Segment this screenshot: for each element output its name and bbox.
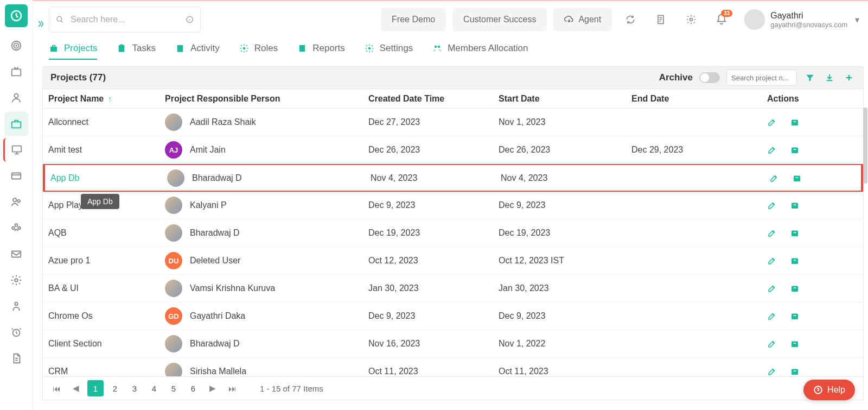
tab-activity[interactable]: Activity [175, 38, 220, 60]
archive-icon[interactable] [790, 339, 800, 349]
project-name[interactable]: BA & UI [48, 283, 79, 293]
nav-mail-icon[interactable] [4, 242, 28, 266]
table-row[interactable]: AllconnectAadil Raza ShaikDec 27, 2023No… [43, 109, 863, 136]
project-name[interactable]: Amit test [48, 145, 82, 154]
nav-card-icon[interactable] [4, 164, 28, 188]
nav-group-icon[interactable] [4, 216, 28, 240]
filter-icon[interactable] [803, 73, 816, 83]
global-search[interactable] [49, 7, 201, 33]
nav-tv-icon[interactable] [4, 60, 28, 84]
page-number[interactable]: 4 [146, 380, 162, 396]
nav-alarm-icon[interactable] [4, 320, 28, 344]
table-row[interactable]: Client SectionBharadwaj DNov 16, 2023Nov… [43, 330, 863, 358]
user-menu[interactable]: Gayathri gayathri@snovasys.com ▾ [740, 9, 864, 30]
col-project-name[interactable]: Project Name↑ [43, 94, 159, 104]
svg-point-3 [16, 45, 17, 46]
edit-icon[interactable] [767, 367, 777, 376]
archive-icon[interactable] [792, 173, 802, 183]
search-input[interactable] [71, 15, 179, 24]
page-number[interactable]: 1 [87, 380, 104, 396]
page-next[interactable]: ▶ [205, 380, 221, 396]
table-row[interactable]: CRMSirisha MallelaOct 11, 2023Oct 11, 20… [43, 358, 863, 376]
page-number[interactable]: 5 [165, 380, 182, 396]
col-end[interactable]: End Date [626, 94, 762, 104]
tab-settings[interactable]: Settings [365, 38, 413, 60]
table-row[interactable]: Chrome OsGDGayathri DakaDec 9, 2023Dec 9… [43, 302, 863, 330]
table-row[interactable]: App DbBharadwaj DNov 4, 2023Nov 4, 2023 [43, 164, 863, 192]
archive-icon[interactable] [790, 200, 800, 210]
edit-icon[interactable] [767, 339, 777, 349]
table-row[interactable]: Azue pro 1DUDeleted UserOct 12, 2023Oct … [43, 247, 863, 275]
archive-icon[interactable] [790, 228, 800, 238]
add-icon[interactable] [843, 73, 856, 83]
project-search-input[interactable] [726, 70, 797, 86]
page-number[interactable]: 6 [185, 380, 201, 396]
nav-monitor-icon[interactable] [3, 138, 27, 162]
document-icon[interactable] [649, 8, 673, 31]
nav-user-icon[interactable] [4, 86, 28, 110]
logo[interactable] [5, 4, 28, 27]
page-number[interactable]: 2 [107, 380, 123, 396]
project-name[interactable]: Azue pro 1 [48, 256, 90, 265]
project-name[interactable]: Chrome Os [48, 311, 93, 320]
scrollbar[interactable] [863, 89, 868, 376]
tab-members-allocation[interactable]: Members Allocation [432, 38, 528, 60]
person-name: Kalyani P [190, 200, 227, 210]
page-first[interactable]: ⏮ [48, 380, 65, 396]
created-date: Oct 11, 2023 [363, 367, 493, 376]
project-name[interactable]: Allconnect [48, 117, 88, 127]
edit-icon[interactable] [767, 228, 777, 238]
col-start[interactable]: Start Date [493, 94, 626, 104]
archive-icon[interactable] [790, 367, 800, 376]
archive-icon[interactable] [790, 145, 800, 155]
download-icon[interactable] [823, 73, 836, 83]
table-row[interactable]: Amit testAJAmit JainDec 26, 2023Dec 26, … [43, 136, 863, 164]
archive-icon[interactable] [790, 256, 800, 266]
page-prev[interactable]: ◀ [68, 380, 84, 396]
edit-icon[interactable] [767, 283, 777, 293]
info-icon[interactable] [186, 14, 194, 25]
svg-rect-27 [299, 45, 305, 52]
nav-target-icon[interactable] [4, 34, 28, 58]
table-row[interactable]: AQBBharadwaj DDec 19, 2023Dec 19, 2023 [43, 219, 863, 247]
edit-icon[interactable] [769, 173, 779, 183]
help-icon [813, 385, 823, 395]
col-responsible-person[interactable]: Project Responsible Person [159, 94, 363, 104]
archive-icon[interactable] [790, 283, 800, 293]
project-name[interactable]: Client Section [48, 339, 102, 348]
col-actions: Actions [762, 94, 863, 104]
expand-sidebar-icon[interactable] [35, 15, 46, 33]
nav-file-icon[interactable] [4, 346, 28, 370]
edit-icon[interactable] [767, 117, 777, 127]
page-number[interactable]: 3 [126, 380, 143, 396]
table-row[interactable]: App PlayerKalyani PDec 9, 2023Dec 9, 202… [43, 192, 863, 219]
archive-icon[interactable] [790, 311, 800, 321]
page-last[interactable]: ⏭ [224, 380, 240, 396]
archive-icon[interactable] [790, 117, 800, 127]
edit-icon[interactable] [767, 311, 777, 321]
tab-tasks[interactable]: Tasks [117, 38, 155, 60]
edit-icon[interactable] [767, 256, 777, 266]
col-created[interactable]: Created Date Time [363, 94, 493, 104]
tab-projects[interactable]: Projects [49, 38, 97, 60]
edit-icon[interactable] [767, 200, 777, 210]
notifications-icon[interactable]: 33 [710, 8, 733, 31]
help-button[interactable]: Help [803, 380, 855, 400]
tab-roles[interactable]: Roles [239, 38, 278, 60]
refresh-icon[interactable] [618, 8, 642, 31]
tab-reports[interactable]: Reports [297, 38, 345, 60]
agent-button[interactable]: Agent [553, 8, 612, 31]
project-name[interactable]: AQB [48, 228, 67, 237]
free-demo-button[interactable]: Free Demo [381, 8, 446, 31]
gear-icon[interactable] [679, 8, 703, 31]
archive-toggle[interactable] [699, 72, 720, 83]
nav-gear-icon[interactable] [4, 268, 28, 292]
nav-briefcase-icon[interactable] [4, 112, 28, 136]
project-name[interactable]: App Db [50, 173, 79, 182]
project-name[interactable]: CRM [48, 367, 68, 376]
table-row[interactable]: BA & UIVamsi Krishna KuruvaJan 30, 2023J… [43, 275, 863, 302]
nav-person-icon[interactable] [4, 294, 28, 318]
nav-users-icon[interactable] [4, 190, 28, 214]
edit-icon[interactable] [767, 145, 777, 155]
customer-success-button[interactable]: Customer Success [452, 8, 547, 31]
